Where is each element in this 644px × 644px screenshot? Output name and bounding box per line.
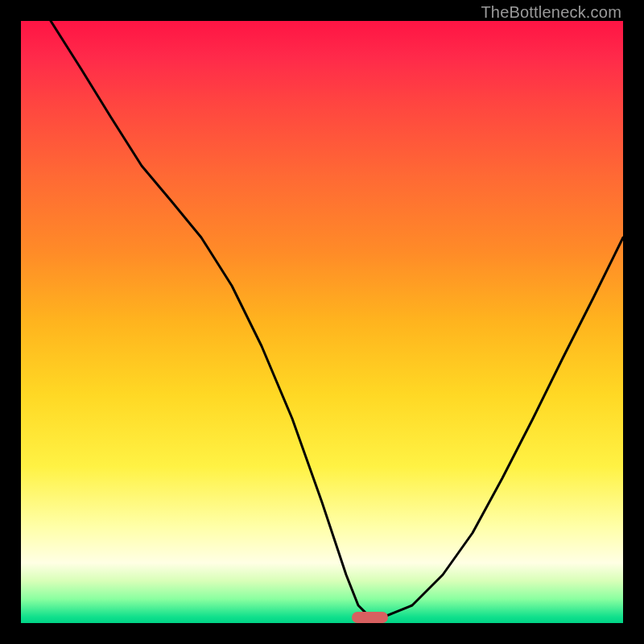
plot-area: [21, 21, 623, 623]
optimal-range-marker: [352, 612, 388, 623]
watermark-text: TheBottleneck.com: [481, 3, 621, 22]
chart-frame: TheBottleneck.com: [0, 0, 644, 644]
bottleneck-curve: [51, 21, 623, 617]
bottleneck-curve-svg: [21, 21, 623, 623]
